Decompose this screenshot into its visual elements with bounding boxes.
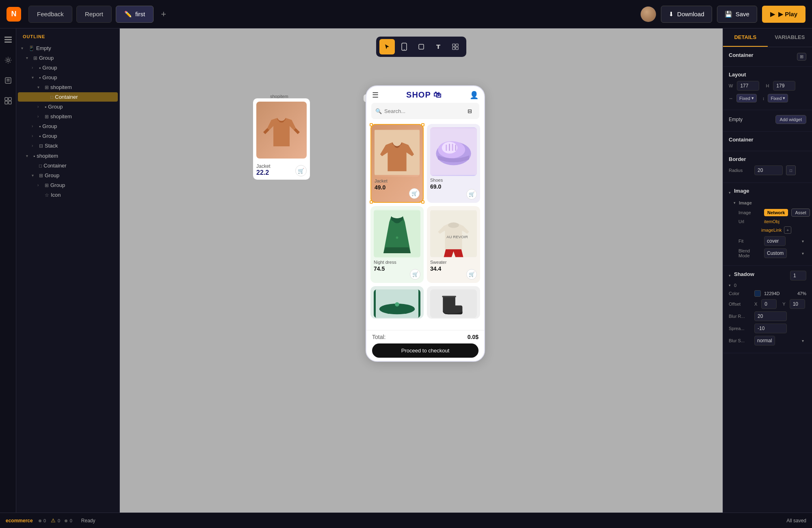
avatar[interactable]: [641, 7, 656, 22]
component-tool-button[interactable]: [448, 39, 463, 54]
tree-item-group6[interactable]: › ▪ Group: [18, 131, 118, 141]
height-input[interactable]: [773, 81, 795, 91]
search-input[interactable]: [384, 108, 461, 114]
tree-item-icon1[interactable]: ☆ Icon: [18, 190, 118, 200]
select-tool-button[interactable]: [379, 39, 395, 54]
tab-details[interactable]: DETAILS: [723, 28, 768, 47]
grid-icon: ⊞: [39, 173, 43, 178]
network-button[interactable]: Network: [764, 209, 788, 216]
tree-item-shopitem2[interactable]: › ⊞ shopitem: [18, 112, 118, 121]
shadow-count-input[interactable]: [790, 271, 806, 280]
search-icon: 🔍: [375, 108, 382, 114]
text-tool-button[interactable]: [431, 39, 446, 54]
tree-item-group5[interactable]: › ▪ Group: [18, 122, 118, 131]
offset-y-input[interactable]: [790, 299, 805, 309]
product-dress-card[interactable]: Night dress 74.5 🛒: [370, 206, 424, 283]
svg-rect-14: [453, 44, 455, 46]
blend-mode-select[interactable]: Custom Normal Multiply: [764, 248, 787, 258]
tree-item-shopitem1[interactable]: ▾ ⊞ shopitem: [18, 83, 118, 92]
tree-item-group4[interactable]: › ▪ Group: [18, 102, 118, 111]
selection-handle-bl: [370, 200, 373, 204]
svg-point-3: [7, 59, 9, 61]
product-dress-cart-button[interactable]: 🛒: [410, 269, 420, 280]
tree-item-group7[interactable]: ▾ ⊞ Group: [18, 171, 118, 180]
product-sweater-card[interactable]: AU REVOIR Sweater 34.4 🛒: [427, 206, 480, 283]
feedback-button[interactable]: Feedback: [28, 6, 72, 23]
tree-item-group1[interactable]: ▾ ⊞ Group: [18, 53, 118, 63]
tree-item-shopitem3[interactable]: ▾ ▪ shopitem: [18, 151, 118, 161]
tree-item-group3[interactable]: ▾ ▪ Group: [18, 73, 118, 82]
blend-select-wrap: Custom Normal Multiply: [764, 248, 806, 258]
color-swatch[interactable]: [754, 290, 761, 297]
tree-item-group8[interactable]: › ⊞ Group: [18, 180, 118, 190]
blur-s-row: Blur S... normal inset: [729, 336, 806, 345]
product-boots-card[interactable]: [427, 286, 480, 319]
fit-select[interactable]: cover contain fill: [764, 236, 786, 246]
svg-rect-6: [6, 80, 10, 81]
w-label: W: [729, 83, 733, 88]
url-add-button[interactable]: +: [784, 226, 791, 234]
spread-input[interactable]: [754, 324, 787, 333]
chevron-right-icon: ›: [32, 143, 37, 148]
settings-icon-button[interactable]: [2, 54, 15, 67]
pages-icon-button[interactable]: [2, 74, 15, 87]
shopitem-cart-button[interactable]: 🛒: [295, 165, 307, 176]
canvas-area[interactable]: shopitem Jacket 22.2 🛒 🏠: [120, 28, 723, 528]
tab-variables[interactable]: VARIABLES: [768, 28, 812, 47]
filter-button[interactable]: ⊟: [464, 105, 475, 117]
tree-item-stack1[interactable]: › ⊟ Stack: [18, 141, 118, 150]
play-button[interactable]: ▶ ▶ Play: [762, 6, 806, 23]
warning-icon: ⚠: [51, 517, 56, 524]
shadow-collapse-arrow[interactable]: ▾: [729, 274, 731, 278]
product-shoes-card[interactable]: Shoes 69.0 🛒: [427, 124, 480, 203]
first-tab[interactable]: ✏️ first: [116, 6, 154, 23]
user-icon[interactable]: 👤: [470, 91, 479, 100]
shadow-sub-collapse-arrow[interactable]: ▾: [729, 283, 731, 287]
chevron-right-icon: ›: [32, 124, 37, 128]
image-sub-collapse-arrow[interactable]: ▾: [734, 201, 736, 205]
blur-r-input[interactable]: [754, 311, 787, 321]
image-section-title: Image: [734, 188, 749, 194]
fixed-h-badge[interactable]: Fixed ▾: [768, 94, 788, 102]
svg-rect-5: [6, 79, 10, 80]
tree-item-container2[interactable]: □ Container: [18, 161, 118, 170]
radius-input[interactable]: [754, 165, 783, 175]
tree-item-container1[interactable]: □ Container: [18, 92, 118, 102]
svg-rect-2: [4, 41, 12, 43]
chevron-down-icon: ▾: [26, 154, 32, 158]
grid-icon-button[interactable]: [2, 94, 15, 107]
product-hat-card[interactable]: [370, 286, 424, 319]
layers-icon-button[interactable]: [2, 33, 15, 46]
container-grid-icon-button[interactable]: ⊞: [797, 53, 806, 61]
container-icon: □: [50, 94, 53, 100]
blur-s-select[interactable]: normal inset: [754, 336, 775, 345]
offset-label: Offset: [729, 302, 751, 306]
empty-row: Empty Add widget: [729, 115, 806, 124]
border-corner-button[interactable]: □: [786, 165, 796, 175]
tree-item-group2[interactable]: › ▪ Group: [18, 63, 118, 72]
checkout-button[interactable]: Proceed to checkout: [372, 343, 479, 358]
report-button[interactable]: Report: [76, 6, 112, 23]
box-icon: ▪: [39, 124, 41, 129]
menu-icon[interactable]: ☰: [372, 91, 379, 100]
product-sweater-cart-button[interactable]: 🛒: [466, 269, 477, 280]
shadow-section-title: Shadow: [734, 271, 754, 277]
asset-button[interactable]: Asset: [791, 209, 810, 217]
product-shoes-cart-button[interactable]: 🛒: [466, 189, 477, 200]
tree-item-empty[interactable]: ▾ 📱 Empty: [18, 43, 118, 53]
product-jacket-card[interactable]: Jacket 49.0 🛒: [370, 124, 424, 203]
product-jacket-cart-button[interactable]: 🛒: [409, 188, 420, 199]
image-collapse-arrow[interactable]: ▾: [729, 191, 731, 195]
download-button[interactable]: ⬇ Download: [661, 6, 712, 23]
mobile-tool-button[interactable]: [396, 39, 412, 54]
fixed-w-badge[interactable]: Fixed ▾: [736, 94, 757, 102]
image-subsection-title: Image: [739, 200, 752, 205]
save-button[interactable]: 💾 Save: [717, 6, 757, 23]
rect-tool-button[interactable]: [414, 39, 429, 54]
width-input[interactable]: [737, 81, 759, 91]
radius-label: Radius: [729, 168, 751, 173]
mobile-icon: 📱: [28, 46, 35, 51]
offset-x-input[interactable]: [761, 299, 777, 309]
add-widget-button[interactable]: Add widget: [775, 115, 806, 124]
add-tab-button[interactable]: +: [158, 9, 169, 20]
